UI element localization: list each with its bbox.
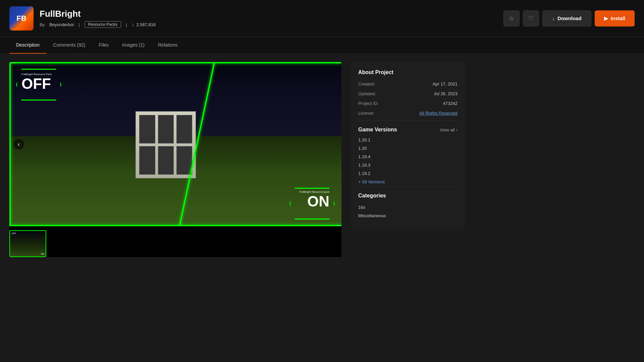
tab-relations[interactable]: Relations	[151, 37, 184, 54]
tab-files[interactable]: Files	[92, 37, 116, 54]
thumbnail-strip: OFF ON	[9, 230, 341, 257]
about-project-section: About Project Created: Apr 17, 2021 Upda…	[351, 62, 465, 229]
by-label: By	[40, 22, 45, 27]
divider-1	[358, 120, 458, 121]
download-button-icon: ↓	[552, 15, 555, 21]
updated-row: Updated: Jul 26, 2023	[358, 91, 458, 96]
view-all-icon: ›	[456, 127, 458, 132]
project-id-value: 473242	[443, 101, 458, 106]
building-windows	[139, 115, 192, 175]
version-4: 1.19.3	[358, 163, 458, 168]
install-button[interactable]: ▶ Install	[595, 10, 635, 26]
categories-title: Categories	[358, 193, 458, 199]
hex-outline	[16, 69, 61, 101]
category-16x: 16x	[358, 205, 458, 210]
thumb-off-label: OFF	[11, 232, 16, 235]
version-1: 1.20.1	[358, 137, 458, 142]
game-versions-header: Game Versions View all ›	[358, 127, 458, 133]
thumbnail-bg	[10, 231, 46, 256]
license-value[interactable]: All Rights Reserved	[419, 111, 458, 116]
game-versions-title: Game Versions	[358, 127, 397, 133]
building-window	[139, 115, 155, 143]
image-viewer: FullBright Resource Pack OFF	[9, 62, 341, 257]
created-value: Apr 17, 2021	[433, 81, 458, 86]
divider-2	[358, 186, 458, 187]
header: FB FullBright By Beyonderboi | Resource …	[0, 0, 644, 37]
updated-value: Jul 26, 2023	[434, 91, 458, 96]
building-window	[176, 115, 192, 143]
about-project-title: About Project	[358, 69, 458, 75]
thumb-on-label: ON	[41, 253, 45, 255]
off-badge: FullBright Resource Pack OFF	[16, 69, 61, 101]
created-label: Created:	[358, 81, 375, 86]
author-name: Beyonderboi	[49, 22, 74, 27]
download-count-icon: ↓	[131, 21, 134, 27]
downloads-count-area: ↓ 2,587,816	[131, 21, 156, 27]
view-all-label: View all	[440, 127, 455, 132]
green-border-top	[9, 62, 341, 63]
category-miscellaneous: Miscellaneous	[358, 213, 458, 218]
updated-label: Updated:	[358, 91, 376, 96]
content-area: FullBright Resource Pack OFF	[9, 62, 341, 257]
on-badge: FullBright Resource pack ON	[289, 188, 335, 220]
tab-description[interactable]: Description	[9, 37, 46, 54]
hex-outline-on	[289, 188, 335, 220]
download-button[interactable]: ↓ Download	[542, 10, 591, 26]
created-row: Created: Apr 17, 2021	[358, 81, 458, 86]
green-border-left	[9, 62, 11, 226]
main-image: FullBright Resource Pack OFF	[9, 62, 341, 226]
version-3: 1.19.4	[358, 154, 458, 159]
building-window	[139, 146, 155, 175]
header-title-area: FullBright By Beyonderboi | Resource Pac…	[40, 9, 503, 28]
main-layout: FullBright Resource Pack OFF	[0, 54, 644, 265]
building	[136, 111, 196, 178]
license-label: License:	[358, 111, 374, 116]
install-button-icon: ▶	[604, 15, 608, 21]
view-all-link[interactable]: View all ›	[440, 127, 458, 132]
building-window	[158, 146, 174, 175]
star-button[interactable]: ☆	[503, 10, 520, 26]
category-badge[interactable]: Resource Packs	[85, 21, 121, 28]
tab-comments[interactable]: Comments (92)	[46, 37, 92, 54]
sidebar: About Project Created: Apr 17, 2021 Upda…	[351, 62, 465, 234]
favorite-button[interactable]: ♡	[523, 10, 539, 26]
install-button-label: Install	[611, 15, 625, 21]
prev-icon: ‹	[18, 141, 20, 148]
green-border-bottom	[9, 225, 341, 226]
download-button-label: Download	[557, 15, 582, 21]
thumbnail-1[interactable]: OFF ON	[9, 230, 46, 257]
header-meta: By Beyonderboi | Resource Packs | ↓ 2,58…	[40, 21, 503, 28]
star-icon: ☆	[509, 15, 514, 22]
building-window	[158, 115, 174, 143]
project-title: FullBright	[40, 9, 503, 19]
project-id-row: Project ID: 473242	[358, 101, 458, 106]
license-row: License: All Rights Reserved	[358, 111, 458, 116]
version-5: 1.19.2	[358, 171, 458, 176]
project-logo: FB	[9, 6, 34, 31]
header-actions: ☆ ♡ ↓ Download ▶ Install	[503, 10, 635, 26]
tab-images[interactable]: Images (1)	[115, 37, 151, 54]
heart-icon: ♡	[528, 15, 534, 22]
project-id-label: Project ID:	[358, 101, 379, 106]
prev-arrow[interactable]: ‹	[13, 138, 25, 150]
downloads-count: 2,587,816	[136, 22, 156, 27]
more-versions-link[interactable]: + 59 Versions	[358, 179, 458, 184]
building-window	[176, 146, 192, 175]
version-2: 1.20	[358, 146, 458, 151]
nav-tabs: Description Comments (92) Files Images (…	[0, 37, 644, 54]
